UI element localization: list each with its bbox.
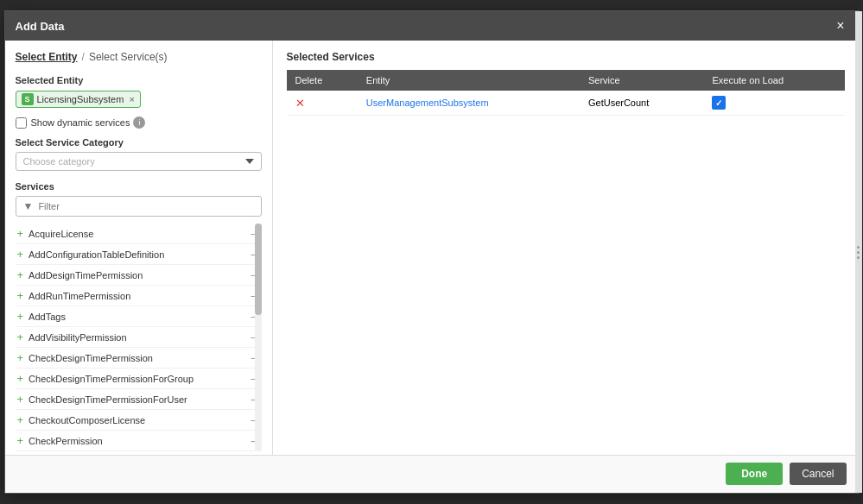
list-item: + AddTags →	[16, 306, 262, 327]
service-name: AddConfigurationTableDefinition	[29, 249, 164, 260]
list-item: + AcquireLicense →	[16, 224, 262, 244]
service-name: CheckDesignTimePermissionForGroup	[29, 374, 194, 384]
service-item-left: + AddConfigurationTableDefinition	[17, 248, 165, 261]
entity-link[interactable]: UserManagementSubsystem	[366, 98, 489, 108]
services-table: Delete Entity Service Execute on Load ✕ …	[287, 70, 845, 116]
done-button[interactable]: Done	[726, 463, 783, 485]
service-name: CheckoutComposerLicense	[29, 415, 145, 425]
select-category-label: Select Service Category	[16, 137, 262, 148]
services-tbody: ✕ UserManagementSubsystem GetUserCount ✓	[287, 91, 845, 116]
list-item: + AddRunTimePermission →	[16, 286, 262, 306]
delete-icon[interactable]: ✕	[295, 97, 305, 110]
row-delete: ✕	[287, 91, 358, 116]
plus-icon[interactable]: +	[17, 434, 24, 447]
plus-icon[interactable]: +	[17, 248, 24, 261]
selected-entity-box: S LicensingSubsystem ×	[16, 91, 262, 108]
service-item-left: + AddRunTimePermission	[17, 289, 131, 302]
plus-icon[interactable]: +	[17, 393, 24, 406]
table-row: ✕ UserManagementSubsystem GetUserCount ✓	[287, 91, 845, 116]
left-panel: Select Entity / Select Service(s) Select…	[5, 41, 273, 455]
plus-icon[interactable]: +	[17, 268, 24, 281]
breadcrumb-select-entity[interactable]: Select Entity	[16, 51, 78, 63]
list-item: + AddDesignTimePermission →	[16, 265, 262, 286]
modal-header: Add Data ×	[5, 11, 859, 41]
services-label: Services	[16, 181, 262, 192]
row-service: GetUserCount	[580, 91, 704, 116]
col-entity: Entity	[358, 70, 580, 91]
chevron-down-icon	[245, 159, 254, 164]
list-item: + AddVisibilityPermission →	[16, 327, 262, 348]
modal-body: Select Entity / Select Service(s) Select…	[5, 41, 859, 455]
row-entity: UserManagementSubsystem	[358, 91, 580, 116]
row-execute-on-load: ✓	[703, 91, 844, 116]
plus-icon[interactable]: +	[17, 413, 24, 426]
execute-on-load-checkbox[interactable]: ✓	[712, 96, 726, 110]
plus-icon[interactable]: +	[17, 351, 24, 364]
category-dropdown[interactable]: Choose category	[16, 152, 262, 171]
scrollbar-thumb[interactable]	[255, 224, 262, 315]
service-item-left: + AddDesignTimePermission	[17, 268, 143, 281]
service-item-left: + AcquireLicense	[17, 227, 94, 240]
show-dynamic-label: Show dynamic services	[31, 117, 130, 128]
service-item-left: + CheckDesignTimePermissionForGroup	[17, 372, 194, 385]
service-item-left: + CheckDesignTimePermissionForUser	[17, 393, 187, 406]
service-item-left: + CheckPermission	[17, 434, 103, 447]
selected-entity-label: Selected Entity	[16, 75, 262, 85]
entity-tag: S LicensingSubsystem ×	[16, 91, 141, 108]
col-delete: Delete	[287, 70, 358, 91]
col-execute-on-load: Execute on Load	[703, 70, 844, 91]
show-dynamic-checkbox[interactable]	[16, 117, 27, 129]
plus-icon[interactable]: +	[17, 331, 24, 343]
list-item: + CheckDesignTimePermissionForUser →	[16, 389, 262, 410]
category-placeholder: Choose category	[23, 156, 95, 167]
entity-tag-close[interactable]: ×	[129, 94, 134, 104]
modal-footer: Done Cancel	[5, 455, 859, 492]
modal-title: Add Data	[16, 20, 65, 33]
plus-icon[interactable]: +	[17, 372, 24, 385]
show-dynamic-row: Show dynamic services i	[16, 117, 262, 129]
modal-close-button[interactable]: ×	[833, 18, 847, 34]
service-name: AcquireLicense	[29, 229, 93, 239]
entity-tag-icon: S	[22, 93, 34, 105]
add-data-modal: Add Data × Select Entity / Select Servic…	[4, 10, 860, 494]
list-item: + AddConfigurationTableDefinition →	[16, 244, 262, 265]
list-item: + CheckDesignTimePermissionForGroup →	[16, 369, 262, 389]
breadcrumb: Select Entity / Select Service(s)	[16, 51, 262, 63]
service-name: AddTags	[29, 312, 66, 322]
service-list-wrapper: + AcquireLicense → + AddConfigurationTab…	[16, 224, 262, 451]
cancel-button[interactable]: Cancel	[790, 463, 846, 485]
filter-icon: ▼	[23, 200, 34, 212]
table-header-row: Delete Entity Service Execute on Load	[287, 70, 845, 91]
plus-icon[interactable]: +	[17, 310, 24, 323]
breadcrumb-select-services[interactable]: Select Service(s)	[89, 51, 168, 63]
filter-input-wrap: ▼	[16, 196, 262, 217]
service-name: CheckDesignTimePermission	[29, 353, 153, 363]
service-list: + AcquireLicense → + AddConfigurationTab…	[16, 224, 262, 451]
service-item-left: + AddTags	[17, 310, 66, 323]
selected-services-title: Selected Services	[287, 51, 845, 63]
service-name: CheckPermission	[29, 436, 103, 446]
entity-tag-name: LicensingSubsystem	[37, 94, 124, 104]
right-panel: Selected Services Delete Entity Service …	[273, 41, 859, 455]
service-item-left: + AddVisibilityPermission	[17, 331, 127, 343]
list-item: + CheckPermission →	[16, 431, 262, 451]
breadcrumb-separator: /	[82, 51, 85, 63]
filter-input[interactable]	[38, 201, 253, 211]
plus-icon[interactable]: +	[17, 289, 24, 302]
service-name: AddVisibilityPermission	[29, 332, 127, 343]
service-item-left: + CheckDesignTimePermission	[17, 351, 153, 364]
service-name: CheckDesignTimePermissionForUser	[29, 394, 187, 405]
scrollbar-track	[255, 224, 262, 451]
list-item: + CheckDesignTimePermission →	[16, 348, 262, 369]
plus-icon[interactable]: +	[17, 227, 24, 240]
panel-divider[interactable]	[855, 11, 862, 493]
col-service: Service	[580, 70, 704, 91]
service-name: AddDesignTimePermission	[29, 270, 143, 280]
service-name: AddRunTimePermission	[29, 291, 130, 301]
list-item: + CheckoutComposerLicense →	[16, 410, 262, 431]
service-item-left: + CheckoutComposerLicense	[17, 413, 146, 426]
info-icon[interactable]: i	[133, 117, 145, 129]
